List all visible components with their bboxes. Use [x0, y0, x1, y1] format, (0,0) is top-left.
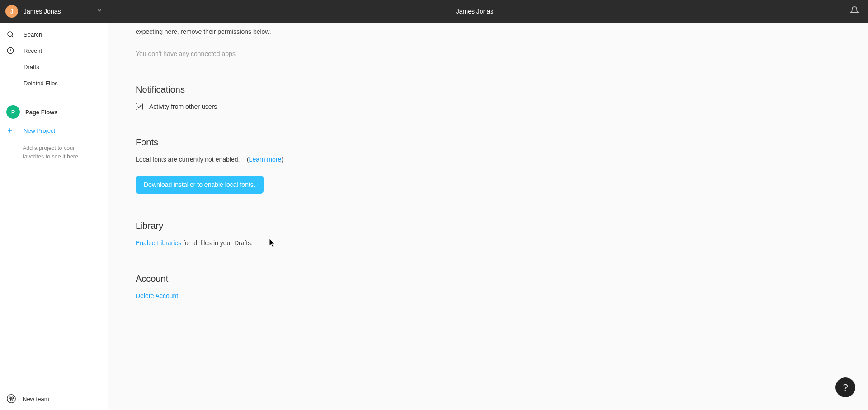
library-suffix: for all files in your Drafts.: [181, 239, 253, 247]
team-icon: [6, 394, 17, 404]
sidebar-item-deleted[interactable]: Deleted Files: [0, 75, 108, 91]
new-project-button[interactable]: New Project: [0, 123, 108, 138]
sidebar-item-drafts[interactable]: Drafts: [0, 59, 108, 75]
sidebar: Search Recent Drafts Deleted Files P Pag…: [0, 23, 108, 410]
svg-point-0: [8, 32, 13, 37]
username-label: James Jonas: [24, 8, 61, 15]
sidebar-item-search[interactable]: Search: [0, 26, 108, 42]
chevron-down-icon: [96, 7, 103, 15]
delete-account-link[interactable]: Delete Account: [136, 292, 178, 299]
fonts-status-line: Local fonts are currently not enabled. (…: [136, 156, 868, 163]
svg-point-7: [12, 397, 14, 399]
sidebar-item-label: Search: [24, 31, 42, 38]
checkbox-icon[interactable]: [136, 103, 143, 110]
plus-icon: [6, 127, 17, 134]
section-title: Library: [136, 221, 868, 231]
checkbox-label: Activity from other users: [149, 103, 217, 110]
fonts-section: Fonts Local fonts are currently not enab…: [136, 137, 868, 194]
notification-checkbox-row[interactable]: Activity from other users: [136, 103, 868, 110]
account-section: Account Delete Account: [136, 274, 868, 299]
clock-icon: [6, 47, 17, 55]
search-icon: [6, 30, 17, 38]
section-title: Account: [136, 274, 868, 284]
download-installer-button[interactable]: Download installer to enable local fonts…: [136, 176, 264, 194]
favorites-hint: Add a project to your favorites to see i…: [0, 138, 108, 168]
connected-apps-empty: You don't have any connected apps: [136, 50, 868, 57]
sidebar-item-label: Recent: [24, 47, 42, 54]
section-title: Fonts: [136, 137, 868, 148]
user-avatar: J: [5, 5, 18, 18]
sidebar-nav: Search Recent Drafts Deleted Files: [0, 23, 108, 95]
divider: [0, 98, 108, 98]
learn-more-link[interactable]: Learn more: [249, 156, 282, 163]
topbar-right: [841, 6, 868, 17]
notifications-section: Notifications Activity from other users: [136, 84, 868, 110]
bell-icon[interactable]: [850, 6, 859, 17]
team-avatar: P: [6, 105, 20, 119]
fonts-status-text: Local fonts are currently not enabled.: [136, 156, 240, 163]
library-text: Enable Libraries for all files in your D…: [136, 239, 868, 247]
library-section: Library Enable Libraries for all files i…: [136, 221, 868, 247]
main-content: expecting here, remove their permissions…: [108, 23, 868, 410]
sidebar-item-recent[interactable]: Recent: [0, 42, 108, 59]
section-title: Notifications: [136, 84, 868, 95]
svg-point-8: [10, 399, 12, 401]
help-button[interactable]: ?: [835, 377, 855, 397]
new-team-label: New team: [23, 396, 49, 402]
team-name: Page Flows: [25, 109, 58, 116]
new-team-button[interactable]: New team: [0, 387, 108, 410]
account-switcher[interactable]: J James Jonas: [0, 0, 108, 23]
connected-apps-text-fragment: expecting here, remove their permissions…: [136, 27, 868, 37]
topbar: J James Jonas James Jonas: [0, 0, 868, 23]
svg-line-1: [12, 36, 13, 37]
sidebar-item-label: Drafts: [24, 64, 39, 70]
account-actions: Delete Account: [136, 292, 868, 299]
sidebar-item-label: Deleted Files: [24, 80, 58, 87]
sidebar-bottom: New team: [0, 387, 108, 410]
enable-libraries-link[interactable]: Enable Libraries: [136, 239, 181, 247]
svg-point-6: [9, 397, 11, 399]
page-title: James Jonas: [456, 8, 493, 15]
topbar-center: James Jonas: [108, 8, 841, 15]
new-project-label: New Project: [24, 127, 55, 134]
sidebar-team[interactable]: P Page Flows: [0, 101, 108, 123]
